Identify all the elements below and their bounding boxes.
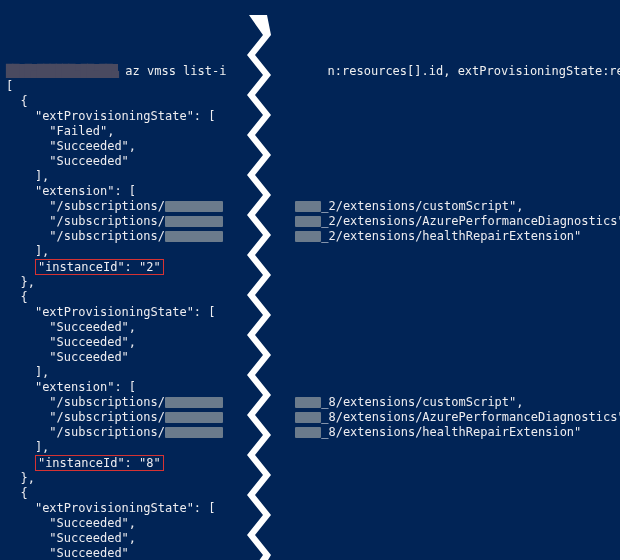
sub-prefix: /subscriptions/ [57, 199, 165, 213]
redacted-text [295, 216, 321, 227]
provstate-2-0: Succeeded [57, 516, 122, 530]
prompt-redacted: ██ █▄██████▄██▄██▄ [6, 64, 118, 78]
ext-path: /extensions/ [336, 395, 423, 409]
suffix-1: _8 [321, 410, 335, 424]
command-right: n:resources[].id, extProvisioningState:r… [328, 64, 620, 78]
sub-prefix: /subscriptions/ [57, 229, 165, 243]
provstate-2-2: Succeeded [57, 546, 122, 560]
sub-prefix: /subscriptions/ [57, 410, 165, 424]
key-extprovstate-1: extProvisioningState [42, 305, 187, 319]
provstate-0-2: Succeeded [57, 154, 122, 168]
redacted-text [165, 397, 223, 408]
redacted-text [295, 427, 321, 438]
sub-prefix: /subscriptions/ [57, 214, 165, 228]
redacted-text [165, 216, 223, 227]
key-extension-0: extension [42, 184, 107, 198]
provstate-1-0: Succeeded [57, 320, 122, 334]
instanceid-highlight-0: "instanceId": "2" [35, 259, 164, 275]
terminal-output: ██ █▄██████▄██▄██▄ az vmss list-i n:reso… [0, 60, 620, 560]
suffix-0: _2 [321, 214, 335, 228]
provstate-0-0: Failed [57, 124, 100, 138]
ext-path: /extensions/ [336, 229, 423, 243]
instanceid-highlight-1: "instanceId": "8" [35, 455, 164, 471]
suffix-1: _8 [321, 395, 335, 409]
ext-1-2: healthRepairExtension [422, 425, 574, 439]
redacted-text [295, 231, 321, 242]
ext-0-2: healthRepairExtension [422, 229, 574, 243]
redacted-text [165, 427, 223, 438]
instanceid-0: 2 [146, 260, 153, 274]
suffix-1: _8 [321, 425, 335, 439]
instanceid-1: 8 [146, 456, 153, 470]
sub-prefix: /subscriptions/ [57, 395, 165, 409]
suffix-0: _2 [321, 199, 335, 213]
ext-path: /extensions/ [336, 410, 423, 424]
redacted-text [165, 201, 223, 212]
key-extprovstate-0: extProvisioningState [42, 109, 187, 123]
ext-path: /extensions/ [336, 425, 423, 439]
suffix-0: _2 [321, 229, 335, 243]
ext-0-0: customScript [422, 199, 509, 213]
key-instanceid-0: instanceId [45, 260, 117, 274]
provstate-1-1: Succeeded [57, 335, 122, 349]
ext-path: /extensions/ [336, 214, 423, 228]
sub-prefix: /subscriptions/ [57, 425, 165, 439]
ext-0-1: AzurePerformanceDiagnostics [422, 214, 617, 228]
redacted-text [295, 201, 321, 212]
redacted-text [295, 412, 321, 423]
redacted-text [165, 231, 223, 242]
provstate-0-1: Succeeded [57, 139, 122, 153]
key-extprovstate-2: extProvisioningState [42, 501, 187, 515]
provstate-1-2: Succeeded [57, 350, 122, 364]
redacted-text [295, 397, 321, 408]
provstate-2-1: Succeeded [57, 531, 122, 545]
command-left: az vmss list-i [125, 64, 226, 78]
redacted-text [165, 412, 223, 423]
key-extension-1: extension [42, 380, 107, 394]
ext-path: /extensions/ [336, 199, 423, 213]
key-instanceid-1: instanceId [45, 456, 117, 470]
ext-1-1: AzurePerformanceDiagnostics [422, 410, 617, 424]
ext-1-0: customScript [422, 395, 509, 409]
